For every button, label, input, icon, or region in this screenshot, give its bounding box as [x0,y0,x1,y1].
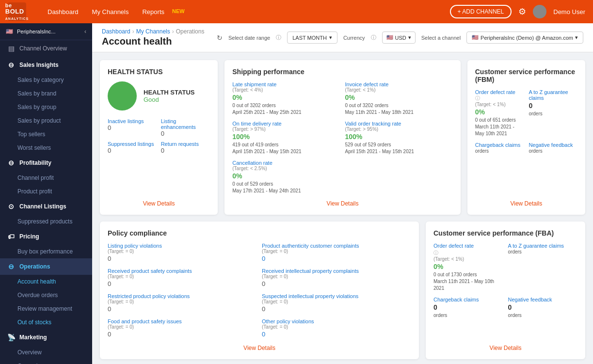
chart-icon: ▤ [7,45,16,52]
policy-label: Listing policy violations [108,243,257,249]
breadcrumb-my-channels[interactable]: My Channels [136,28,170,35]
sidebar-channel[interactable]: 🇺🇸 PeripheralsInc... ‹ [0,23,92,40]
policy-target: (Target: = 0) [262,274,411,279]
sub-label: Account health [17,278,56,285]
policy-ip-complaints: Received intellectual property complaint… [262,268,411,288]
top-cards-row: HEALTH STATUS HEALTH STATUS Good Inactiv… [92,52,593,215]
metric-value: 0 [508,303,578,311]
sidebar-item-buy-box[interactable]: Buy box performance [0,245,92,258]
tag-icon: 🏷 [7,233,16,240]
sidebar-section-channel-listings[interactable]: ⊙ Channel Listings [0,198,92,215]
metric-on-time-delivery: On time delivery rate (Target: > 97%) 10… [232,121,340,155]
metric-label: Valid order tracking rate [345,121,453,127]
metric-sub: 0 out of 3202 ordersApril 25th 2021 - Ma… [232,102,340,116]
stat-return-requests: Return requests 0 [161,141,210,154]
sidebar-label: Channel Listings [19,203,66,210]
cs-fba-title: Customer service performance (FBA) [433,229,577,237]
policy-value: 0 [108,305,257,313]
sidebar-item-top-sellers[interactable]: Top sellers [0,127,92,141]
metric-sub: orders [475,148,524,155]
currency-dropdown[interactable]: 🇺🇸 USD ▾ [382,32,416,44]
sidebar-section-pricing[interactable]: 🏷 Pricing [0,228,92,245]
sidebar-item-channel-overview[interactable]: ▤ Channel Overview [0,40,92,57]
policy-label: Restricted product policy violations [108,293,257,299]
sidebar-item-worst-sellers[interactable]: Worst sellers [0,141,92,155]
customer-service-fbm-card: Customer service performance (FBM) Order… [467,60,585,215]
policy-target: (Target: = 0) [262,249,411,254]
health-status-title: HEALTH STATUS [108,68,210,76]
chevron-left-icon[interactable]: ‹ [84,28,86,35]
policy-target: (Target: = 0) [262,324,411,330]
sidebar-section-operations[interactable]: ⊖ Operations [0,258,92,275]
sidebar-item-sales-by-brand[interactable]: Sales by brand [0,87,92,100]
dollar-icon: ⊖ [7,61,16,69]
sidebar-section-marketing[interactable]: 📡 Marketing [0,329,92,346]
nav-links: Dashboard My Channels Reports NEW [48,8,185,16]
metric-label: A to Z guarantee claims [529,89,577,101]
policy-target: (Target: = 0) [108,249,257,254]
sidebar-item-out-of-stocks[interactable]: Out of stocks [0,316,92,329]
policy-value: 0 [108,331,257,338]
shipping-performance-card: Shipping performance Late shipment rate … [224,60,461,215]
stat-label: Return requests [161,141,210,147]
sub-label: Sales by brand [17,90,56,97]
customer-service-fba-card: Customer service performance (FBA) Order… [426,222,585,359]
metric-value: 0% [475,108,524,116]
sidebar-item-overview[interactable]: Overview [0,346,92,359]
nav-dashboard[interactable]: Dashboard [48,8,79,16]
cs-fbm-view-details[interactable]: View Details [475,194,577,207]
sidebar: 🇺🇸 PeripheralsInc... ‹ ▤ Channel Overvie… [0,23,92,364]
refresh-icon[interactable]: ↻ [217,34,223,42]
main-content: Dashboard › My Channels › Operations Acc… [92,23,593,364]
info-icon: ⓘ [433,250,438,255]
us-flag: 🇺🇸 [386,34,393,41]
nav-my-channels[interactable]: My Channels [92,8,129,16]
metric-invoice-defect: Invoice defect rate (Target: < 1%) 0% 0 … [345,81,453,116]
metric-label: Late shipment rate [232,81,340,87]
nav-right: + ADD CHANNEL ⚙ Demo User [450,5,585,18]
sidebar-label: Channel Overview [19,45,67,52]
metric-label: A to Z guarantee claims [508,243,578,249]
sidebar-item-sales-by-group[interactable]: Sales by group [0,100,92,114]
policy-value: 0 [262,255,411,262]
policy-listing-violations: Listing policy violations (Target: = 0) … [108,243,257,263]
sidebar-item-sales-by-product[interactable]: Sales by product [0,114,92,127]
sidebar-item-review-management[interactable]: Review management [0,302,92,316]
policy-compliance-card: Policy compliance Listing policy violati… [100,222,419,359]
nav-reports[interactable]: Reports [142,8,164,16]
chevron-down-icon: ▾ [329,34,332,41]
sidebar-item-campaigns[interactable]: Campaigns [0,359,92,364]
sub-label: Review management [17,305,72,312]
date-range-dropdown[interactable]: LAST MONTH ▾ [287,32,337,44]
breadcrumb-operations: Operations [176,28,205,35]
channel-dropdown[interactable]: 🇺🇸 PeripheralsInc (Demo) @ Amazon.com ▾ [466,32,583,44]
health-status-value: Good [144,96,194,103]
sidebar-item-product-profit[interactable]: Product profit [0,185,92,198]
breadcrumb-dashboard[interactable]: Dashboard [102,28,130,35]
metric-a-to-z-fba: A to Z guarantee claims orders [508,243,578,292]
sidebar-item-overdue-orders[interactable]: Overdue orders [0,288,92,302]
health-stats: Inactive listings 0 Listing enhancements… [108,118,210,154]
date-range-value: LAST MONTH [292,35,327,41]
cs-fba-view-details[interactable]: View Details [433,339,577,351]
sub-label: Sales by group [17,104,56,111]
main-header: Dashboard › My Channels › Operations Acc… [92,23,593,52]
metric-negative-feedback-fba: Negative feedback 0 orders [508,297,578,319]
stat-value: 0 [108,124,157,131]
sidebar-section-profitability[interactable]: ⊖ Profitability [0,155,92,171]
policy-label: Received product safety complaints [108,268,257,274]
policy-items: Listing policy violations (Target: = 0) … [108,243,411,339]
policy-view-details[interactable]: View Details [108,339,411,351]
sidebar-item-channel-profit[interactable]: Channel profit [0,171,92,185]
sidebar-section-sales-insights[interactable]: ⊖ Sales Insights [0,57,92,73]
add-channel-button[interactable]: + ADD CHANNEL [450,5,512,18]
metric-label: Chargeback claims [433,297,503,302]
gear-icon[interactable]: ⚙ [518,6,526,17]
sidebar-item-account-health[interactable]: Account health [0,275,92,288]
policy-other-violations: Other policy violations (Target: = 0) 0 [262,318,411,339]
health-view-details[interactable]: View Details [108,194,210,207]
sidebar-item-sales-by-category[interactable]: Sales by category [0,73,92,87]
shipping-view-details[interactable]: View Details [232,194,453,207]
sidebar-item-suppressed-products[interactable]: Suppressed products [0,215,92,228]
metric-value: 0 [433,303,503,311]
